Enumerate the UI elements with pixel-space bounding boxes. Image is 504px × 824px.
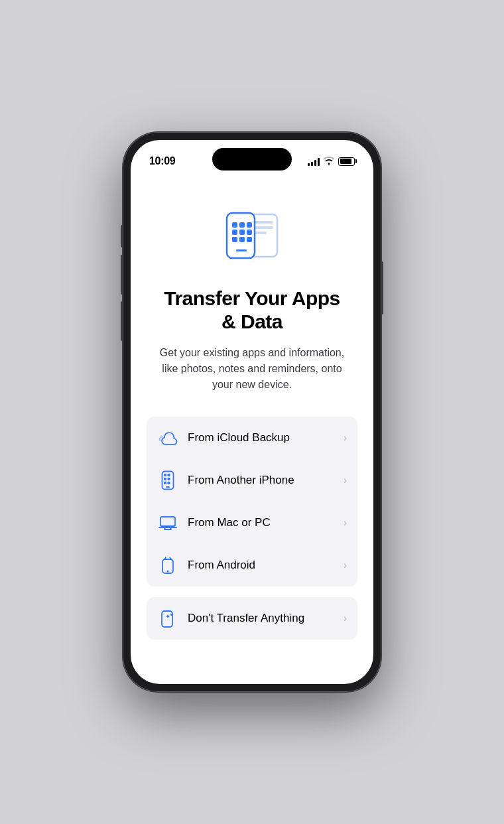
svg-rect-11 [232,237,237,242]
android-label: From Android [188,559,344,572]
option-iphone[interactable]: From Another iPhone › [147,459,357,502]
svg-rect-22 [166,486,170,488]
svg-rect-9 [239,230,245,235]
svg-rect-18 [164,478,166,480]
svg-point-25 [167,571,169,573]
svg-rect-1 [253,221,273,224]
transfer-illustration [219,206,285,269]
page-subtitle: Get your existing apps and information, … [147,345,357,393]
dynamic-island [212,148,292,171]
battery-icon [338,157,355,166]
svg-rect-2 [253,226,273,229]
svg-rect-20 [164,482,166,484]
cloud-icon [157,427,178,448]
svg-rect-19 [168,478,170,480]
svg-rect-5 [232,222,237,228]
svg-rect-21 [168,482,170,484]
svg-rect-8 [232,230,237,235]
laptop-icon [157,512,178,533]
status-icons [308,156,355,167]
iphone-chevron: › [344,474,347,486]
option-android[interactable]: From Android › [147,544,357,586]
wifi-icon [324,156,334,167]
mac-pc-chevron: › [344,517,347,529]
status-time: 10:09 [149,155,175,167]
no-transfer-label: Don't Transfer Anything [188,612,344,625]
options-list-bottom: Don't Transfer Anything › [147,597,357,640]
signal-icon [308,157,320,166]
icloud-label: From iCloud Backup [188,431,344,445]
volume-up-button[interactable] [121,255,123,295]
svg-rect-28 [162,611,172,627]
svg-rect-13 [247,237,252,242]
android-icon [157,555,178,576]
no-transfer-chevron: › [344,612,347,624]
svg-point-29 [170,614,172,616]
svg-rect-7 [247,222,252,228]
option-icloud[interactable]: From iCloud Backup › [147,417,357,459]
svg-rect-6 [239,222,245,228]
icloud-chevron: › [344,432,347,444]
option-no-transfer[interactable]: Don't Transfer Anything › [147,597,357,640]
svg-rect-12 [239,237,245,242]
option-mac-pc[interactable]: From Mac or PC › [147,502,357,544]
svg-rect-23 [160,517,175,526]
power-button[interactable] [381,261,383,314]
mac-pc-label: From Mac or PC [188,516,344,529]
options-list: From iCloud Backup › [147,417,357,586]
phone-screen: 10:09 [131,140,373,684]
android-chevron: › [344,559,347,571]
svg-rect-14 [236,249,247,251]
volume-down-button[interactable] [121,301,123,341]
main-content: Transfer Your Apps& Data Get your existi… [131,173,373,684]
iphone-icon [157,470,178,491]
svg-rect-17 [168,474,170,476]
svg-rect-10 [247,230,252,235]
page-title: Transfer Your Apps& Data [164,287,340,333]
phone-frame: 10:09 [123,132,381,692]
iphone-label: From Another iPhone [188,474,344,487]
sparkle-phone-icon [157,608,178,629]
svg-rect-16 [164,474,166,476]
